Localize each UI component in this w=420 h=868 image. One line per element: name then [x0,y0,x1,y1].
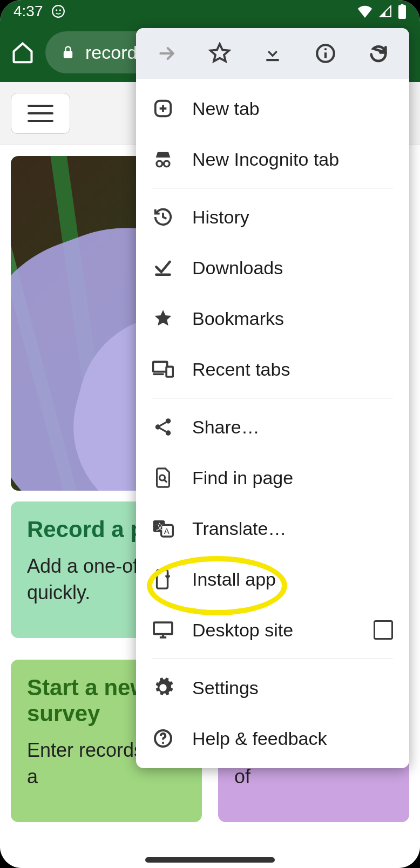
translate-icon: 文A [152,518,174,539]
home-button[interactable] [11,40,35,64]
svg-point-13 [157,161,162,167]
svg-text:文: 文 [156,522,164,531]
menu-item-desktop-site[interactable]: Desktop site [136,605,409,655]
battery-icon [398,4,407,19]
menu-item-install-app[interactable]: Install app [136,554,409,605]
svg-rect-19 [166,367,173,376]
svg-rect-4 [401,4,404,6]
svg-rect-5 [64,51,72,58]
menu-item-translate[interactable]: 文A Translate… [136,503,409,554]
wifi-icon [357,5,373,18]
plus-square-icon [152,98,174,119]
page-menu-button[interactable] [11,93,70,134]
phone-screen: 4:37 record [0,0,420,868]
menu-label: Downloads [192,257,393,279]
menu-divider [152,659,393,659]
menu-top-row [136,28,409,79]
signal-icon [378,5,392,18]
incognito-icon [152,148,174,170]
find-in-page-icon [152,467,174,489]
menu-item-incognito[interactable]: New Incognito tab [136,134,409,185]
forward-button[interactable] [151,37,183,70]
menu-label: Recent tabs [192,359,393,380]
android-nav-pill[interactable] [145,857,275,863]
share-icon [152,416,174,438]
info-button[interactable] [309,37,342,70]
menu-item-share[interactable]: Share… [136,402,409,452]
menu-item-new-tab[interactable]: New tab [136,83,409,134]
menu-item-help[interactable]: Help & feedback [136,713,409,764]
status-app-icon [51,4,65,18]
devices-icon [152,358,174,380]
menu-label: New tab [192,98,393,119]
menu-label: Help & feedback [192,728,393,749]
svg-point-21 [155,424,161,430]
menu-item-history[interactable]: History [136,192,409,242]
status-time: 4:37 [13,3,43,20]
svg-point-14 [164,161,170,167]
install-app-icon [152,568,174,590]
desktop-icon [152,619,174,641]
svg-line-24 [160,428,166,431]
svg-point-22 [166,430,171,436]
svg-rect-31 [157,570,168,588]
downloads-icon [152,257,174,279]
history-icon [152,206,174,228]
help-icon [152,728,174,749]
svg-point-2 [59,9,60,11]
svg-rect-6 [266,59,279,61]
browser-overflow-menu: New tab New Incognito tab History Downlo… [136,28,409,768]
star-filled-icon [152,308,174,329]
svg-rect-32 [154,622,172,634]
menu-label: Settings [192,677,393,699]
menu-label: History [192,207,393,228]
svg-point-20 [166,418,171,424]
menu-item-find[interactable]: Find in page [136,452,409,503]
menu-label: New Incognito tab [192,149,393,170]
svg-line-23 [160,422,166,425]
menu-label: Desktop site [192,620,355,641]
reload-button[interactable] [362,37,395,70]
svg-rect-3 [398,5,406,19]
lock-icon [60,45,76,60]
status-right [357,4,407,19]
svg-line-26 [165,480,167,482]
status-bar: 4:37 [0,0,420,23]
bookmark-star-button[interactable] [204,37,236,70]
svg-point-1 [56,9,57,11]
download-button[interactable] [256,37,289,70]
menu-item-bookmarks[interactable]: Bookmarks [136,293,409,344]
svg-rect-17 [153,362,167,371]
menu-label: Find in page [192,467,393,489]
url-text: record [85,42,137,63]
svg-point-25 [160,475,165,480]
svg-text:A: A [164,526,170,535]
desktop-site-checkbox[interactable] [374,620,393,640]
svg-point-0 [52,5,64,17]
menu-divider [152,188,393,188]
menu-item-downloads[interactable]: Downloads [136,242,409,293]
menu-label: Bookmarks [192,308,393,329]
menu-item-recent-tabs[interactable]: Recent tabs [136,344,409,395]
menu-label: Install app [192,569,393,590]
gear-icon [152,677,174,699]
svg-point-9 [324,48,327,50]
menu-divider [152,398,393,398]
menu-label: Translate… [192,518,393,539]
svg-point-36 [162,742,164,744]
status-left: 4:37 [13,3,65,20]
menu-label: Share… [192,417,393,438]
menu-item-settings[interactable]: Settings [136,662,409,713]
menu-list: New tab New Incognito tab History Downlo… [136,79,409,768]
